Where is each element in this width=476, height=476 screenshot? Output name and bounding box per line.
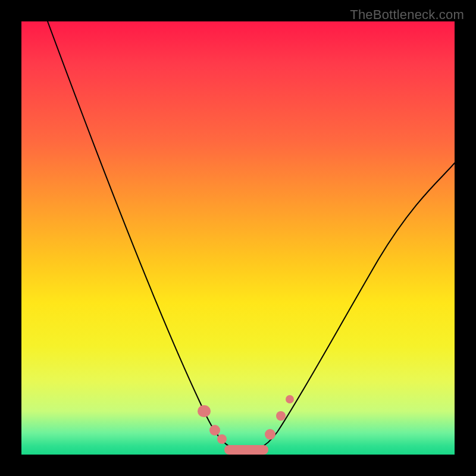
marker-dot (286, 395, 294, 403)
marker-pill-left (198, 405, 211, 417)
marker-dot (265, 429, 275, 440)
marker-dot (209, 425, 220, 436)
curve-path (48, 21, 455, 451)
curve-markers (198, 395, 294, 455)
bottleneck-curve (21, 21, 455, 455)
plot-area (21, 21, 455, 455)
marker-dot (276, 411, 286, 421)
marker-dot (217, 434, 227, 444)
marker-pill-bottom (224, 445, 268, 455)
chart-frame: TheBottleneck.com (0, 0, 476, 476)
watermark-text: TheBottleneck.com (350, 7, 464, 23)
